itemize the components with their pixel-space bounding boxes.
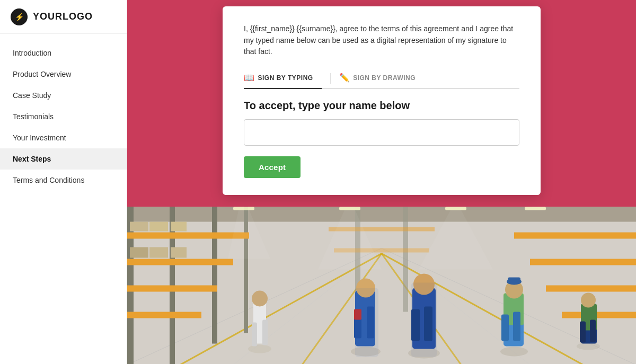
svg-point-69 (581, 293, 596, 308)
logo-icon: ⚡ (11, 8, 28, 25)
warehouse-scene (127, 207, 636, 364)
nav-item-your-investment[interactable]: Your Investment (0, 127, 127, 148)
bottom-section (127, 207, 636, 364)
svg-rect-28 (514, 233, 636, 239)
nav-item-testimonials[interactable]: Testimonials (0, 106, 127, 127)
tabs: 📖 SIGN BY TYPING ✏️ SIGN BY DRAWING (244, 68, 519, 89)
logo-area: ⚡ YOURLOGO (0, 0, 127, 34)
warehouse-background (127, 207, 636, 364)
nav-menu: Introduction Product Overview Case Study… (0, 34, 127, 364)
svg-rect-31 (562, 312, 636, 318)
svg-rect-30 (546, 286, 636, 292)
book-icon: 📖 (244, 73, 255, 83)
svg-rect-12 (212, 207, 217, 344)
nav-item-terms-and-conditions[interactable]: Terms and Conditions (0, 170, 127, 191)
svg-rect-77 (525, 207, 546, 210)
svg-point-58 (500, 347, 528, 357)
sidebar: ⚡ YOURLOGO Introduction Product Overview… (0, 0, 127, 364)
svg-rect-23 (171, 247, 187, 258)
top-section: I, {{first_name}} {{surname}}, agree to … (127, 0, 636, 207)
nav-item-case-study[interactable]: Case Study (0, 85, 127, 106)
svg-point-66 (577, 343, 600, 350)
svg-rect-75 (339, 207, 360, 210)
accept-label: To accept, type your name below (244, 100, 519, 112)
svg-point-42 (248, 345, 271, 353)
svg-rect-18 (130, 222, 148, 232)
svg-rect-72 (355, 288, 378, 357)
svg-rect-63 (508, 278, 520, 284)
nav-item-product-overview[interactable]: Product Overview (0, 64, 127, 85)
svg-rect-29 (530, 259, 636, 265)
svg-point-44 (252, 291, 268, 307)
svg-rect-16 (127, 286, 217, 292)
svg-rect-74 (233, 207, 254, 210)
pencil-icon: ✏️ (339, 73, 350, 83)
svg-rect-15 (127, 259, 233, 265)
svg-rect-76 (445, 207, 466, 210)
tab-sign-by-typing[interactable]: 📖 SIGN BY TYPING (244, 68, 322, 89)
main-content: I, {{first_name}} {{surname}}, agree to … (127, 0, 636, 364)
accept-button[interactable]: Accept (244, 156, 301, 178)
svg-rect-64 (501, 315, 509, 341)
nav-item-introduction[interactable]: Introduction (0, 42, 127, 64)
svg-rect-20 (130, 247, 148, 258)
svg-rect-46 (262, 320, 268, 345)
svg-rect-14 (127, 233, 249, 239)
logo-text: YOURLOGO (33, 11, 93, 22)
svg-rect-73 (411, 283, 437, 357)
signature-input[interactable] (244, 119, 519, 146)
tab-drawing-label: SIGN BY DRAWING (353, 74, 416, 82)
signature-card: I, {{first_name}} {{surname}}, agree to … (223, 6, 541, 195)
nav-item-next-steps[interactable]: Next Steps (0, 148, 127, 170)
agreement-text: I, {{first_name}} {{surname}}, agree to … (244, 23, 519, 58)
svg-rect-19 (149, 222, 168, 232)
svg-rect-45 (252, 323, 257, 347)
lightning-icon: ⚡ (15, 13, 24, 21)
svg-rect-70 (580, 322, 586, 343)
tab-separator (330, 73, 331, 84)
svg-rect-17 (127, 312, 201, 318)
tab-sign-by-drawing[interactable]: ✏️ SIGN BY DRAWING (339, 68, 424, 89)
svg-rect-71 (590, 320, 596, 342)
svg-rect-21 (149, 247, 168, 258)
svg-rect-65 (513, 312, 520, 341)
svg-rect-1 (127, 207, 636, 222)
tab-typing-label: SIGN BY TYPING (258, 74, 313, 82)
svg-rect-39 (403, 207, 408, 312)
svg-rect-22 (171, 222, 187, 232)
